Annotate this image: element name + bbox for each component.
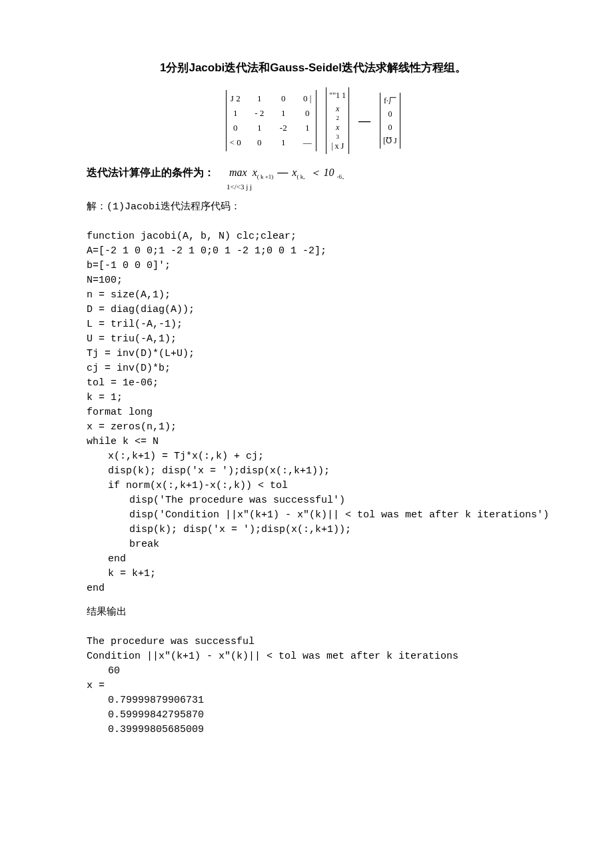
code-block: function jacobi(A, b, N) clc;clear; A=[-… [87,215,540,596]
matrix-cell: -2 [277,121,289,135]
output-line: The procedure was successful [87,636,255,647]
section-label: 解：(1)Jacobi迭代法程序代码： [87,200,540,215]
matrix-cell: 0 [229,121,241,135]
code-line: end [87,553,126,565]
matrix-cell: 1 [253,91,265,106]
code-line: disp('The procedure was successful') [87,495,345,506]
matrix-cell: J 2 [229,91,241,106]
code-line: if norm(x(:,k+1)-x(:,k)) < tol [87,480,288,491]
equals-sign: — [358,114,370,128]
stopping-condition: 迭代法计算停止的条件为： max x( k +1) — x( k, ＜ 10 -… [87,166,540,181]
code-line: k = 1; [87,392,123,403]
condition-sub1: ( k +1) [257,173,274,180]
code-line: cj = inv(D)*b; [87,363,171,374]
code-line: N=100; [87,275,123,286]
code-line: Tj = inv(D)*(L+U); [87,348,195,359]
vector-cell: 2 [329,115,346,121]
output-line: 0.79999879906731 [87,695,204,706]
condition-subscript: 1</<3 j j [227,183,540,191]
vector-cell: ""1 1 [329,89,346,102]
vector-cell: f·厂 [383,94,397,107]
output-block: The procedure was successful Condition |… [87,620,540,737]
matrix-cell: 1 [277,135,289,150]
vector-cell: x [329,102,346,115]
code-line: disp('Condition ||x"(k+1) - x"(k)|| < to… [87,509,549,521]
matrix-cell: 1 [229,106,241,121]
code-line: break [87,539,159,550]
condition-neg6: -6。 [336,173,348,180]
vector-cell: 0 [383,121,397,134]
code-line: n = size(A,1); [87,289,171,301]
code-line: x(:,k+1) = Tj*x(:,k) + cj; [87,451,264,462]
vector-x: ""1 1 x 2 x 3 | x J [326,87,349,154]
matrix-cell: 1 [277,106,289,121]
condition-x1: x [253,167,257,178]
code-line: L = tril(-A,-1); [87,319,183,330]
page-title: 1分别Jacobi迭代法和Gauss-Seidel迭代法求解线性方程组。 [87,60,540,75]
output-line: Condition ||x"(k+1) - x"(k)|| < tol was … [87,651,458,662]
code-line: U = triu(-A,1); [87,333,177,345]
matrix-cell: < 0 [229,135,241,150]
code-line: disp(k); disp('x = ');disp(x(:,k+1)); [87,465,330,477]
matrix-cell: 0 [277,91,289,106]
code-line: disp(k); disp('x = ');disp(x(:,k+1)); [87,524,351,535]
condition-max: max [229,167,247,178]
code-line: format long [87,407,153,418]
code-line: while k <= N [87,436,159,447]
vector-b: f·厂 0 0 [℧ J [380,93,400,149]
output-line: 0.59999842795870 [87,709,204,721]
matrix-cell: 1 [301,121,313,135]
vector-cell: 0 [383,107,397,121]
code-line: tol = 1e-06; [87,377,159,389]
matrix-cell: — [301,135,313,150]
output-line: 60 [87,665,120,677]
vector-cell: 3 [329,134,346,139]
vector-cell: | x J [329,139,346,153]
vector-cell: [℧ J [383,134,397,147]
code-line: x = zeros(n,1); [87,421,177,433]
vector-cell: x [329,121,346,134]
matrix-cell: 0 | [301,91,313,106]
condition-sub2: ( k, [297,173,305,180]
output-line: 0.39999805685009 [87,724,204,735]
condition-label: 迭代法计算停止的条件为： [87,167,215,178]
code-line: end [87,583,105,594]
result-label: 结果输出 [87,605,540,620]
matrix-a: J 2 1 0 0 | 1 - 2 1 0 0 1 -2 1 < 0 0 1 [226,90,316,151]
condition-lt: ＜ 10 [310,167,334,178]
code-line: b=[-1 0 0 0]'; [87,260,171,271]
document-page: 1分别Jacobi迭代法和Gauss-Seidel迭代法求解线性方程组。 J 2… [0,0,613,777]
condition-dash: — [276,167,289,178]
matrix-cell: 0 [253,135,265,150]
equation-block: J 2 1 0 0 | 1 - 2 1 0 0 1 -2 1 < 0 0 1 [87,87,540,154]
code-line: function jacobi(A, b, N) clc;clear; [87,231,297,242]
matrix-cell: 1 [253,121,265,135]
output-line: x = [87,680,105,691]
code-line: A=[-2 1 0 0;1 -2 1 0;0 1 -2 1;0 0 1 -2]; [87,245,326,257]
matrix-cell: - 2 [253,106,265,121]
code-line: k = k+1; [87,568,156,579]
code-line: D = diag(diag(A)); [87,304,195,315]
matrix-cell: 0 [301,106,313,121]
